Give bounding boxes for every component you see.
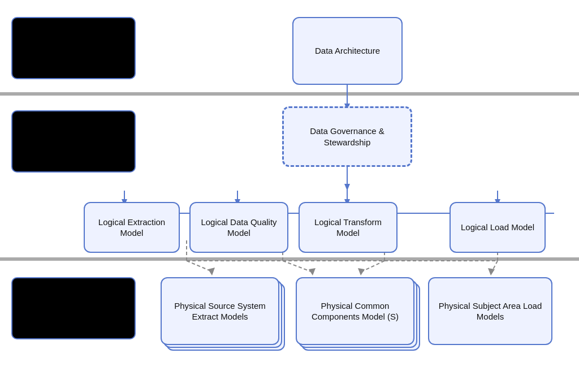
separator-line-1 xyxy=(0,92,579,96)
svg-line-17 xyxy=(283,261,311,272)
separator-line-2 xyxy=(0,257,579,261)
data-architecture-node: Data Architecture xyxy=(292,17,403,85)
svg-marker-24 xyxy=(488,268,495,275)
logical-load-node: Logical Load Model xyxy=(450,202,546,253)
logical-extraction-node: Logical Extraction Model xyxy=(84,202,180,253)
logical-data-quality-label: Logical Data Quality Model xyxy=(195,217,283,239)
left-panel-top xyxy=(11,17,136,79)
logical-data-quality-node: Logical Data Quality Model xyxy=(189,202,288,253)
svg-line-23 xyxy=(492,261,498,272)
physical-subject-node: Physical Subject Area Load Models xyxy=(428,277,552,345)
data-architecture-label: Data Architecture xyxy=(315,45,380,57)
svg-line-20 xyxy=(362,261,384,272)
svg-marker-3 xyxy=(344,184,350,191)
data-governance-node: Data Governance & Stewardship xyxy=(282,106,412,167)
svg-marker-15 xyxy=(208,268,215,275)
svg-marker-18 xyxy=(309,268,316,275)
stack-front: Physical Source System Extract Models xyxy=(161,277,279,345)
stack-front: Physical Common Components Model (S) xyxy=(296,277,414,345)
physical-common-label: Physical Common Components Model (S) xyxy=(301,300,409,322)
left-panel-bot xyxy=(11,277,136,339)
svg-marker-21 xyxy=(358,268,365,275)
logical-extraction-label: Logical Extraction Model xyxy=(89,217,174,239)
logical-load-label: Logical Load Model xyxy=(461,222,534,233)
physical-common-stack: Physical Common Components Model (S) xyxy=(296,277,414,345)
logical-transform-node: Logical Transform Model xyxy=(299,202,397,253)
physical-subject-label: Physical Subject Area Load Models xyxy=(434,300,547,322)
data-governance-label: Data Governance & Stewardship xyxy=(288,126,406,148)
left-panel-mid xyxy=(11,110,136,173)
physical-source-stack: Physical Source System Extract Models xyxy=(161,277,279,345)
diagram-area: Data Architecture Data Governance & Stew… xyxy=(0,0,579,392)
logical-transform-label: Logical Transform Model xyxy=(304,217,392,239)
physical-source-label: Physical Source System Extract Models xyxy=(166,300,274,322)
svg-line-14 xyxy=(187,261,212,272)
